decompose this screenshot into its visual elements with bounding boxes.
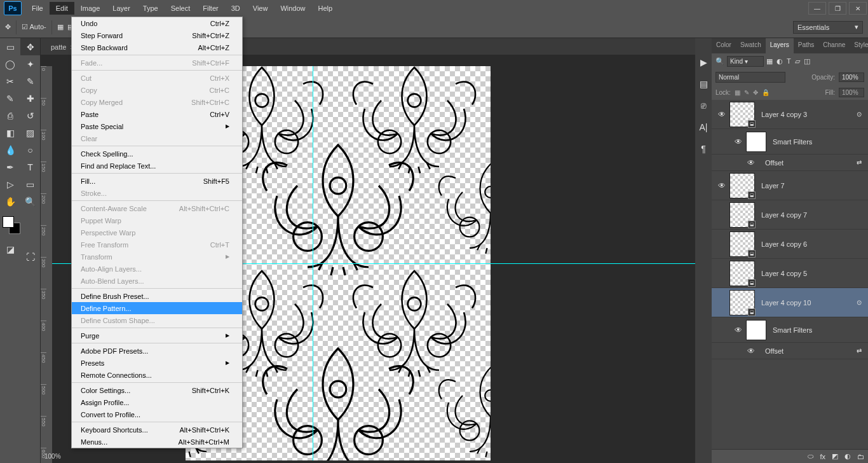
menu-filter[interactable]: Filter [196,2,224,15]
clone-tool-icon[interactable]: ⎙ [0,107,20,124]
type-filter-icon[interactable]: T [787,57,791,66]
menu-item-keyboard-shortcuts-[interactable]: Keyboard Shortcuts...Alt+Shift+Ctrl+K [72,424,242,436]
layer-mask-icon[interactable]: ◩ [832,452,838,460]
visibility-toggle-icon[interactable]: 👁 [731,326,746,335]
menu-help[interactable]: Help [312,2,339,15]
layer-list[interactable]: 👁⬓Layer 4 copy 3⊙👁Smart Filters👁Offset⇄👁… [712,100,868,449]
menu-item-remote-connections-[interactable]: Remote Connections... [72,369,242,381]
panel-tab-paths[interactable]: Paths [794,38,819,53]
panel-tab-styles[interactable]: Styles [850,38,868,53]
adjustment-layer-icon[interactable]: ◐ [844,452,851,460]
menu-item-convert-to-profile-[interactable]: Convert to Profile... [72,408,242,420]
screen-mode-icon[interactable]: ⛶ [20,248,40,265]
layer-thumbnail[interactable]: ⬓ [729,232,755,257]
menu-file[interactable]: File [25,2,50,15]
visibility-toggle-icon[interactable]: 👁 [743,158,759,167]
move-tool-icon[interactable]: ✥ [20,38,40,55]
menu-item-purge[interactable]: Purge [72,329,242,342]
layer-name[interactable]: Layer 4 copy 6 [761,240,807,248]
layer-row[interactable]: 👁Offset⇄ [712,343,868,359]
visibility-toggle-icon[interactable]: 👁 [731,137,746,146]
layer-fx-icon[interactable]: fx [820,453,825,460]
layer-row[interactable]: 👁Offset⇄ [712,155,868,171]
layer-name[interactable]: Layer 4 copy 3 [761,111,807,118]
quickmask-icon[interactable]: ◪ [0,240,20,258]
eyedropper-tool-icon[interactable]: ✎ [20,73,40,90]
menu-edit[interactable]: Edit [50,2,74,15]
play-icon[interactable]: ▶ [700,57,707,67]
paragraph-icon[interactable]: ¶ [701,144,706,154]
minimize-button[interactable]: — [808,2,826,15]
wand-tool-icon[interactable]: ✦ [20,55,40,73]
visibility-toggle-icon[interactable]: 👁 [743,347,759,356]
layer-name[interactable]: Layer 4 copy 5 [761,270,807,277]
pen-tool-icon[interactable]: ✒ [0,158,20,176]
menu-item-presets[interactable]: Presets [72,357,242,369]
lock-all-icon[interactable]: 🔒 [762,89,770,96]
pixel-filter-icon[interactable]: ▦ [766,57,773,66]
layer-row[interactable]: ⬓Layer 4 copy 10⊙ [712,288,868,317]
panel-tab-channe[interactable]: Channe [818,38,850,53]
menu-item-adobe-pdf-presets-[interactable]: Adobe PDF Presets... [72,345,242,357]
search-icon[interactable]: 🔍 [715,57,724,66]
maximize-button[interactable]: ❐ [829,2,846,15]
layer-row[interactable]: 👁Smart Filters [712,317,868,343]
brush-tool-icon[interactable]: ✎ [0,90,20,107]
foreground-color[interactable] [3,216,14,228]
layer-name[interactable]: Layer 4 copy 10 [761,299,811,307]
visibility-toggle-icon[interactable]: 👁 [714,110,729,119]
dodge-tool-icon[interactable]: ○ [20,141,40,158]
blend-mode-select[interactable]: Normal [715,72,785,83]
crop-tool-icon[interactable]: ✂ [0,73,20,90]
menu-layer[interactable]: Layer [106,2,137,15]
layer-name[interactable]: Smart Filters [773,326,812,334]
filter-options-icon[interactable]: ⇄ [857,159,862,166]
shape-filter-icon[interactable]: ▱ [795,57,800,66]
workspace-selector[interactable]: Essentials▾ [793,21,863,34]
group-icon[interactable]: 🗀 [857,453,864,460]
lock-position-icon[interactable]: ✎ [744,89,749,96]
menu-item-assign-profile-[interactable]: Assign Profile... [72,396,242,408]
menu-type[interactable]: Type [137,2,165,15]
hand-tool-icon[interactable]: ✋ [0,193,20,210]
lock-move-icon[interactable]: ✥ [753,89,758,96]
link-layers-icon[interactable]: ⬭ [808,452,813,460]
eraser-tool-icon[interactable]: ◧ [0,124,20,141]
menu-item-paste-special[interactable]: Paste Special [72,120,242,132]
menu-item-fill-[interactable]: Fill...Shift+F5 [72,175,242,187]
foreground-background-swatch[interactable] [3,216,20,234]
properties-icon[interactable]: ⎚ [701,100,706,111]
menu-select[interactable]: Select [165,2,197,15]
layer-thumbnail[interactable]: ⬓ [729,290,755,315]
filter-kind-select[interactable]: Kind ▾ [727,56,764,67]
lasso-tool-icon[interactable]: ◯ [0,55,20,73]
zoom-tool-icon[interactable]: 🔍 [20,193,40,210]
panel-tab-swatch[interactable]: Swatch [736,38,766,53]
menu-item-find-and-replace-text-[interactable]: Find and Replace Text... [72,160,242,172]
fill-input[interactable]: 100% [839,88,864,97]
panel-tab-color[interactable]: Color [712,38,736,53]
edit-menu-dropdown[interactable]: UndoCtrl+ZStep ForwardShift+Ctrl+ZStep B… [71,17,243,448]
visibility-toggle-icon[interactable]: 👁 [714,181,729,190]
opacity-input[interactable]: 100% [839,73,864,82]
menu-item-menus-[interactable]: Menus...Alt+Shift+Ctrl+M [72,436,242,448]
filter-options-icon[interactable]: ⇄ [857,347,862,354]
layer-name[interactable]: Offset [765,159,783,167]
move-tool-icon[interactable]: ✥ [5,23,11,31]
auto-select-checkbox[interactable]: ☑ Auto- [22,23,46,31]
layer-thumbnail[interactable] [746,132,766,152]
path-tool-icon[interactable]: ▷ [0,176,20,193]
layer-name[interactable]: Layer 4 copy 7 [761,211,807,219]
layer-row[interactable]: ⬓Layer 4 copy 6 [712,230,868,259]
menu-item-undo[interactable]: UndoCtrl+Z [72,17,242,29]
menu-window[interactable]: Window [274,2,311,15]
history-icon[interactable]: ▤ [700,79,708,89]
layer-name[interactable]: Offset [765,347,783,355]
layer-row[interactable]: 👁⬓Layer 4 copy 3⊙ [712,100,868,129]
layer-thumbnail[interactable]: ⬓ [729,102,755,127]
layer-name[interactable]: Layer 7 [761,182,785,190]
type-tool-icon[interactable]: T [20,158,40,176]
layer-thumbnail[interactable]: ⬓ [729,261,755,286]
gradient-tool-icon[interactable]: ▨ [20,124,40,141]
rect-tool-icon[interactable]: ▭ [20,176,40,193]
